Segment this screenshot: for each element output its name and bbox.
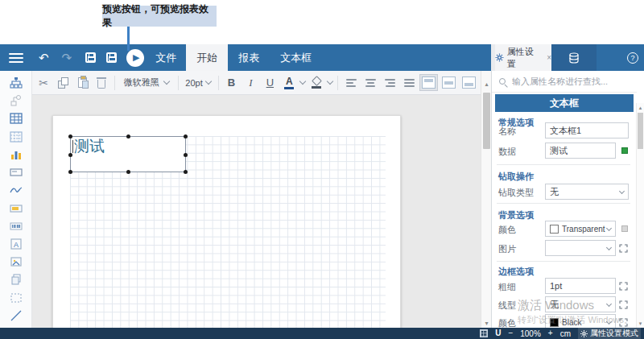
drill-type-select[interactable]: 无 [545, 184, 629, 200]
textbox-text: 测试 [71, 137, 185, 157]
underline-button[interactable]: U [262, 73, 278, 93]
gear-icon [580, 330, 588, 337]
name-input[interactable] [545, 122, 629, 138]
fill-color-button[interactable] [308, 73, 324, 93]
valign-top-icon [422, 76, 436, 89]
save-all-button[interactable] [106, 44, 117, 71]
copy-button[interactable] [55, 73, 71, 93]
border-style-select[interactable]: 无 [545, 296, 616, 312]
resize-handle-e[interactable] [184, 153, 188, 157]
resize-handle-ne[interactable] [184, 134, 188, 138]
align-center-button[interactable] [362, 73, 378, 93]
scroll-up-icon[interactable]: ▴ [637, 105, 644, 111]
align-left-button[interactable] [343, 73, 359, 93]
resize-handle-n[interactable] [126, 134, 130, 138]
chevron-down-icon [619, 188, 625, 194]
text-label-icon[interactable]: A [9, 237, 23, 251]
menubar: ↶ ↷ ▶ 文件 开始 报表 文本框 [0, 44, 491, 71]
cut-button[interactable]: ✂ [35, 73, 52, 93]
property-mode-button[interactable]: 属性设置模式 [578, 327, 641, 339]
border-width-expand-button[interactable] [619, 279, 628, 294]
divider [497, 203, 630, 204]
table-icon[interactable] [9, 111, 23, 126]
panel-scrollbar[interactable]: ▴ ▾ [636, 103, 644, 328]
bg-image-expand-button[interactable] [619, 242, 628, 256]
valign-middle-icon [442, 76, 456, 89]
data-input[interactable] [545, 143, 616, 159]
scroll-down-icon[interactable]: ▾ [637, 320, 644, 327]
grid-toggle-icon[interactable] [480, 329, 488, 337]
zoom-level: 100% [520, 329, 541, 338]
text-caret [72, 140, 73, 153]
font-family-select[interactable]: 微软雅黑 [120, 74, 173, 92]
font-size-select[interactable]: 20pt [183, 74, 213, 92]
zoom-out-button[interactable]: − [508, 329, 513, 337]
border-width-input[interactable] [545, 278, 616, 294]
resize-handle-s[interactable] [126, 170, 130, 174]
widget-tree-icon[interactable] [9, 76, 23, 90]
line-icon[interactable] [9, 308, 23, 323]
banner-image-icon[interactable] [9, 201, 23, 216]
fill-color-dropdown-icon[interactable] [327, 78, 333, 85]
expand-icon [619, 282, 628, 291]
zoom-in-button[interactable]: + [548, 329, 553, 337]
bg-color-more-button[interactable] [621, 225, 628, 232]
canvas-scrollbar-thumb[interactable] [483, 93, 490, 149]
redo-button[interactable]: ↷ [62, 44, 72, 71]
search-input[interactable] [510, 76, 623, 87]
delete-button[interactable] [93, 73, 109, 93]
help-button[interactable]: ? [627, 52, 638, 64]
valign-bottom-button[interactable] [460, 75, 477, 90]
panel-scrollbar-thumb[interactable] [638, 113, 643, 149]
preview-play-button[interactable]: ▶ [126, 49, 144, 67]
italic-button[interactable]: I [242, 73, 258, 93]
pivot-grid-icon[interactable] [9, 130, 23, 144]
sparkline-icon[interactable] [9, 183, 23, 197]
redo-icon: ↷ [62, 52, 72, 64]
bg-image-select[interactable] [545, 240, 616, 256]
design-canvas[interactable]: 测试 [32, 95, 481, 328]
resize-handle-w[interactable] [68, 153, 72, 157]
font-color-swatch [284, 87, 294, 89]
data-binding-button[interactable] [621, 147, 628, 154]
font-color-dropdown-icon[interactable] [299, 78, 306, 85]
textbox-icon[interactable] [9, 165, 23, 180]
flow-link-icon[interactable] [9, 93, 23, 108]
tab-report[interactable]: 报表 [228, 44, 270, 71]
divider [497, 164, 630, 165]
save-button[interactable] [85, 44, 96, 71]
align-right-button[interactable] [382, 73, 398, 93]
tab-data[interactable] [551, 44, 597, 71]
font-color-button[interactable]: A [281, 73, 297, 93]
valign-top-button[interactable] [420, 75, 437, 90]
bg-color-select[interactable]: Transparent [545, 221, 616, 237]
file-menu[interactable]: 文件 [155, 51, 176, 65]
picture-icon[interactable] [9, 254, 23, 269]
valign-middle-button[interactable] [440, 75, 457, 90]
report-page: 测试 [52, 115, 401, 328]
border-style-label: 线型 [498, 300, 516, 312]
bold-button[interactable]: B [223, 73, 239, 93]
resize-handle-nw[interactable] [68, 134, 72, 138]
tab-property-settings[interactable]: 属性设置 × [495, 44, 551, 71]
border-style-expand-button[interactable] [619, 298, 628, 312]
chart-icon[interactable] [9, 147, 23, 162]
tab-textbox[interactable]: 文本框 [270, 44, 322, 71]
selected-textbox[interactable]: 测试 [70, 136, 186, 172]
align-center-icon [365, 79, 376, 87]
barcode-icon[interactable] [9, 219, 23, 234]
undo-icon: ↶ [39, 52, 49, 64]
chevron-down-icon [606, 245, 612, 250]
tab-home[interactable]: 开始 [186, 44, 228, 71]
paste-button[interactable] [74, 73, 90, 93]
hamburger-menu-icon[interactable] [9, 53, 23, 63]
trash-icon [97, 80, 105, 89]
unit-toggle-button[interactable]: U [495, 329, 501, 337]
resize-handle-sw[interactable] [68, 170, 72, 174]
align-justify-button[interactable] [401, 73, 417, 93]
resize-handle-se[interactable] [184, 170, 188, 174]
widget-sidebar: A [0, 71, 32, 328]
undo-button[interactable]: ↶ [39, 44, 49, 71]
duplicate-icon[interactable] [9, 272, 23, 287]
marquee-select-icon[interactable] [9, 291, 23, 305]
